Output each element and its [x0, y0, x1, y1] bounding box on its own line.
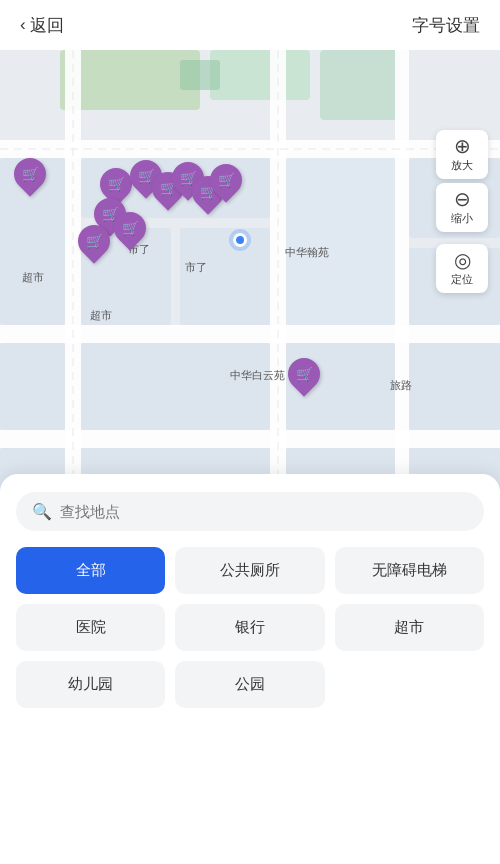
zoom-out-label: 缩小	[451, 211, 473, 226]
zoom-in-button[interactable]: ⊕ 放大	[436, 130, 488, 179]
category-button-7[interactable]: 公园	[175, 661, 324, 708]
back-icon: ‹	[20, 15, 26, 35]
map-marker-2: 🛒	[100, 168, 132, 200]
category-button-0[interactable]: 全部	[16, 547, 165, 594]
map-label-zhonghuahanyuan: 中华翰苑	[285, 245, 329, 260]
map-label-zhonghuabaiyunyuan: 中华白云苑	[230, 368, 285, 383]
map-label-market2: 市了	[185, 260, 207, 275]
map-marker-1: 🛒	[14, 158, 46, 190]
header: ‹ 返回 字号设置	[0, 0, 500, 50]
back-label: 返回	[30, 14, 64, 37]
map-controls: ⊕ 放大 ⊖ 缩小 ◎ 定位	[436, 130, 488, 293]
zoom-out-button[interactable]: ⊖ 缩小	[436, 183, 488, 232]
category-button-3[interactable]: 医院	[16, 604, 165, 651]
svg-rect-3	[320, 50, 400, 120]
location-dot	[233, 233, 247, 247]
svg-rect-19	[81, 343, 270, 430]
zoom-out-icon: ⊖	[454, 189, 471, 209]
category-button-4[interactable]: 银行	[175, 604, 324, 651]
svg-rect-18	[0, 343, 65, 430]
svg-rect-10	[395, 50, 409, 500]
map-area: 超市 超市 市了 市了 中华翰苑 中华白云苑 旅路 🛒 🛒 🛒 🛒 🛒 🛒 🛒 …	[0, 50, 500, 500]
search-icon: 🔍	[32, 502, 52, 521]
page-title: 字号设置	[412, 14, 480, 37]
svg-rect-2	[210, 50, 310, 100]
locate-button[interactable]: ◎ 定位	[436, 244, 488, 293]
category-grid: 全部公共厕所无障碍电梯医院银行超市幼儿园公园	[16, 547, 484, 708]
zoom-in-label: 放大	[451, 158, 473, 173]
category-button-5[interactable]: 超市	[335, 604, 484, 651]
category-button-1[interactable]: 公共厕所	[175, 547, 324, 594]
category-button-6[interactable]: 幼儿园	[16, 661, 165, 708]
svg-rect-4	[180, 60, 220, 90]
map-marker-7: 🛒	[210, 164, 242, 196]
svg-rect-21	[409, 343, 500, 430]
category-button-2[interactable]: 无障碍电梯	[335, 547, 484, 594]
zoom-in-icon: ⊕	[454, 136, 471, 156]
locate-label: 定位	[451, 272, 473, 287]
map-marker-11: 🛒	[288, 358, 320, 390]
locate-icon: ◎	[454, 250, 471, 270]
map-label-lulv: 旅路	[390, 378, 412, 393]
back-button[interactable]: ‹ 返回	[20, 14, 64, 37]
map-label-supermarket2: 超市	[90, 308, 112, 323]
svg-rect-15	[286, 158, 395, 325]
svg-rect-14	[180, 228, 270, 325]
map-marker-9: 🛒	[114, 212, 146, 244]
map-marker-10: 🛒	[78, 225, 110, 257]
map-label-supermarket1: 超市	[22, 270, 44, 285]
search-input[interactable]	[60, 503, 468, 520]
bottom-panel: 🔍 全部公共厕所无障碍电梯医院银行超市幼儿园公园	[0, 474, 500, 864]
search-bar[interactable]: 🔍	[16, 492, 484, 531]
